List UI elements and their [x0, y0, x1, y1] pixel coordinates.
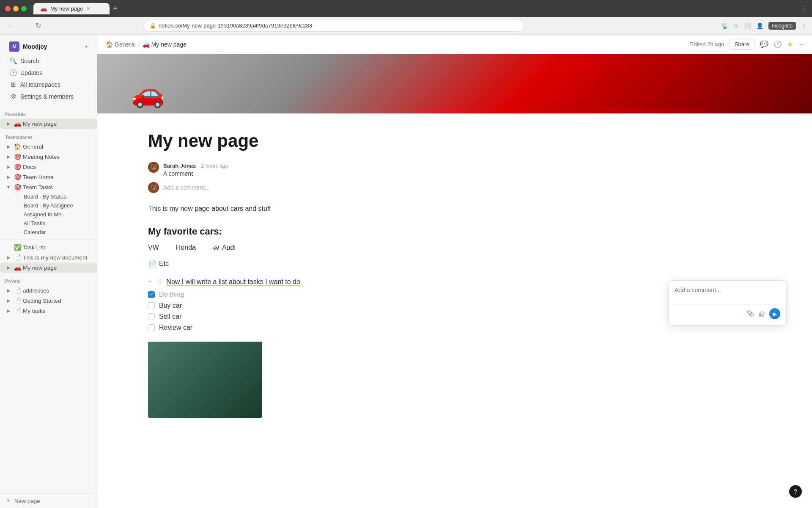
traffic-lights — [5, 6, 27, 11]
checkbox-buy-car[interactable] — [148, 302, 155, 309]
minimize-button[interactable] — [13, 6, 19, 11]
my-tasks-icon: 📄 — [14, 307, 21, 314]
maximize-button[interactable] — [21, 6, 27, 11]
general-label: General — [23, 144, 93, 150]
more-icon[interactable]: ··· — [798, 41, 804, 48]
sidebar-item-board-by-assignee[interactable]: Board · By Assignee — [0, 201, 97, 210]
sidebar-item-my-new-document[interactable]: ▶ 📄 This is my new document — [0, 252, 97, 262]
document-icon: 📄 — [14, 254, 21, 261]
docs-label: Docs — [23, 164, 93, 170]
sidebar-divider — [0, 239, 97, 240]
browser-menu[interactable]: ⋮ — [801, 5, 807, 12]
comment-item: 🐻 Sarah Jonas 2 hours ago A comment — [148, 162, 512, 177]
page-bottom-image — [148, 342, 262, 418]
sidebar-item-task-list[interactable]: ▶ ✅ Task List — [0, 242, 97, 252]
task-list-icon: ✅ — [14, 244, 21, 251]
workspace-header[interactable]: M Moodjoy ▾ — [5, 38, 92, 55]
sidebar-item-my-tasks[interactable]: ▶ 📄 My tasks — [0, 306, 97, 316]
task-drag-handle[interactable]: ⠿ — [158, 279, 162, 285]
browser-chrome: 🚗 My new page ✕ + ⋮ — [0, 0, 812, 17]
checkbox-sell-car[interactable] — [148, 313, 155, 320]
comment-avatar: 🐻 — [148, 162, 159, 173]
mention-icon[interactable]: @ — [759, 310, 765, 318]
expand-icon: ▶ — [5, 154, 12, 160]
comment-icon[interactable]: 💬 — [760, 40, 768, 48]
task-add-button[interactable]: + — [148, 278, 152, 286]
honda-label: Honda — [176, 244, 196, 251]
active-tab[interactable]: 🚗 My new page ✕ — [33, 3, 110, 14]
checkbox-review-car[interactable] — [148, 324, 155, 331]
workspace-name: Moodjoy — [23, 43, 47, 50]
new-page-button[interactable]: ＋ New page — [0, 493, 97, 508]
meeting-notes-icon: 🎯 — [14, 153, 21, 160]
history-icon[interactable]: 🕐 — [774, 40, 782, 48]
attachment-icon[interactable]: 📎 — [746, 310, 754, 318]
bookmark-icon[interactable]: ☆ — [733, 22, 739, 29]
top-bar: 🏠 General / 🚗 My new page Edited 2h ago … — [97, 35, 812, 54]
sidebar-item-team-home[interactable]: ▶ 🎯 Team Home — [0, 172, 97, 182]
star-icon[interactable]: ★ — [787, 40, 793, 48]
sidebar-item-settings[interactable]: ⚙ Settings & members — [5, 91, 92, 102]
car-item-vw: VW — [148, 244, 159, 251]
cover-image: 🚗 — [97, 54, 812, 113]
profile-icon[interactable]: 👤 — [756, 22, 763, 29]
comment-text: A comment — [163, 170, 512, 177]
lock-icon: 🔒 — [150, 23, 156, 29]
sidebar-item-board-by-status[interactable]: Board · By Status — [0, 192, 97, 201]
help-button[interactable]: ? — [789, 485, 802, 498]
sidebar-item-favorites-my-new-page[interactable]: ▶ 🚗 My new page — [0, 119, 97, 129]
vw-label: VW — [148, 244, 159, 251]
page-emoji: 🚗 — [143, 41, 150, 48]
sidebar-item-updates[interactable]: 🕐 Updates — [5, 67, 92, 79]
sidebar-item-getting-started[interactable]: ▶ 📄 Getting Started — [0, 295, 97, 306]
sidebar-item-general[interactable]: ▶ 🏠 General — [0, 141, 97, 152]
page-body: My new page 🐻 Sarah Jonas 2 hours ago A … — [97, 113, 562, 435]
sidebar-item-my-new-page[interactable]: ▶ 🚗 My new page — [0, 262, 97, 273]
comment-toolbar: 📎 @ ▶ — [675, 304, 780, 319]
sidebar-item-addresses[interactable]: ▶ 📄 addresses — [0, 285, 97, 295]
page-section-heading: My favorite cars: — [148, 226, 512, 237]
breadcrumb-current: My new page — [151, 41, 187, 48]
page-intro-text: This is my new page about cars and stuff — [148, 203, 512, 214]
add-comment-label: Add a comment... — [163, 184, 210, 191]
all-teamspaces-label: All teamspaces — [20, 81, 60, 88]
menu-icon[interactable]: ⋮ — [801, 22, 807, 29]
sidebar-item-all-teamspaces[interactable]: ⊞ All teamspaces — [5, 79, 92, 91]
breadcrumb-home[interactable]: 🏠 General — [106, 41, 136, 48]
getting-started-icon: 📄 — [14, 297, 21, 304]
settings-icon: ⚙ — [9, 93, 17, 100]
cast-icon[interactable]: 📡 — [721, 22, 728, 29]
expand-icon: ▶ — [5, 255, 12, 260]
my-new-document-label: This is my new document — [23, 254, 93, 261]
search-label: Search — [20, 58, 39, 64]
checkbox-do-thing[interactable] — [148, 291, 155, 298]
sidebar-item-team-tasks[interactable]: ▼ 🎯 Team Tasks — [0, 182, 97, 192]
extensions-icon[interactable]: ⬜ — [744, 22, 751, 29]
plus-icon: ＋ — [5, 497, 11, 505]
close-button[interactable] — [5, 6, 11, 11]
reload-button[interactable]: ↻ — [34, 20, 43, 31]
sidebar-item-search[interactable]: 🔍 Search — [5, 55, 92, 67]
sidebar-item-calendar[interactable]: Calendar — [0, 228, 97, 237]
share-button[interactable]: Share — [729, 39, 755, 50]
workspace-icon: M — [9, 41, 19, 52]
url-bar[interactable]: 🔒 notion.so/My-new-page-193190a8239a4f9d… — [143, 20, 524, 32]
comment-section: 🐻 Sarah Jonas 2 hours ago A comment 🐻 Ad… — [148, 162, 512, 193]
tab-close-button[interactable]: ✕ — [86, 6, 90, 11]
expand-icon: ▶ — [5, 144, 12, 149]
comment-popover: 📎 @ ▶ — [668, 280, 787, 326]
incognito-badge: Incognito — [768, 22, 796, 30]
comment-input[interactable] — [675, 287, 780, 298]
forward-button[interactable]: → — [19, 20, 30, 31]
sidebar-item-meeting-notes[interactable]: ▶ 🎯 Meeting Notes — [0, 152, 97, 162]
add-comment-row[interactable]: 🐻 Add a comment... — [148, 182, 512, 193]
team-tasks-icon: 🎯 — [14, 184, 21, 190]
sidebar-item-all-tasks[interactable]: All Tasks — [0, 219, 97, 228]
back-button[interactable]: ← — [5, 20, 15, 31]
send-comment-button[interactable]: ▶ — [769, 308, 780, 319]
breadcrumb-current-item[interactable]: 🚗 My new page — [143, 41, 187, 48]
new-tab-button[interactable]: + — [113, 4, 118, 13]
sidebar-item-docs[interactable]: ▶ 🎯 Docs — [0, 162, 97, 172]
sidebar-item-assigned-to-me[interactable]: Assigned to Me — [0, 210, 97, 219]
task-item-review-car: Review car — [148, 324, 512, 331]
